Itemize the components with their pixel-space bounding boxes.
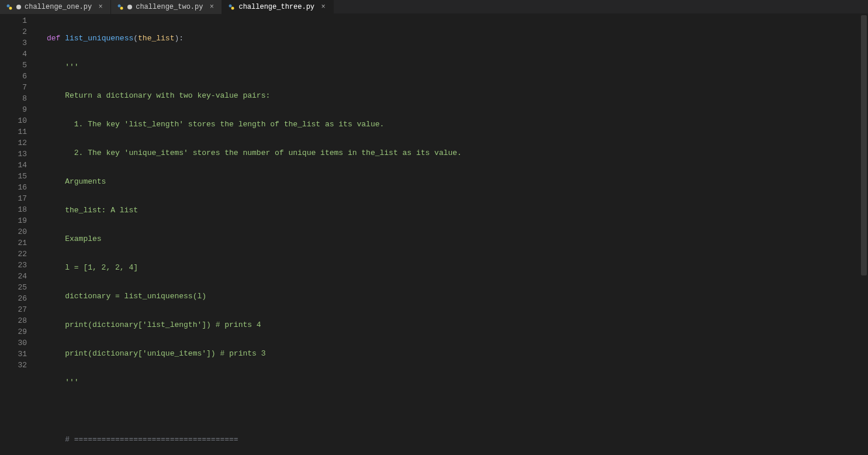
svg-point-5 [231, 7, 234, 10]
svg-point-4 [229, 5, 232, 8]
line-number: 8 [0, 93, 37, 104]
line-number: 6 [0, 71, 37, 82]
line-number: 2 [0, 26, 37, 37]
line-number: 16 [0, 182, 37, 193]
line-number: 24 [0, 271, 37, 282]
tab-challenge-two[interactable]: challenge_two.py × [111, 0, 222, 14]
line-number: 15 [0, 171, 37, 182]
python-file-icon [228, 4, 235, 11]
line-number: 18 [0, 204, 37, 215]
line-number: 12 [0, 137, 37, 149]
line-number: 1 [0, 15, 37, 26]
line-number: 10 [0, 115, 37, 126]
svg-point-0 [7, 5, 10, 8]
svg-point-3 [120, 7, 123, 10]
tab-label: challenge_three.py [238, 3, 314, 11]
line-number: 5 [0, 60, 37, 71]
line-number: 29 [0, 326, 37, 337]
line-number: 3 [0, 37, 37, 49]
unsaved-dot-icon [16, 5, 21, 9]
line-number: 27 [0, 304, 37, 315]
line-number: 28 [0, 315, 37, 326]
line-number: 7 [0, 82, 37, 93]
line-number: 17 [0, 193, 37, 204]
line-number-gutter: 1234567891011121314151617181920212223242… [0, 14, 37, 455]
line-number: 9 [0, 104, 37, 115]
tab-challenge-one[interactable]: challenge_one.py × [0, 0, 111, 14]
line-number: 22 [0, 249, 37, 260]
line-number: 11 [0, 126, 37, 137]
line-number: 25 [0, 282, 37, 293]
close-icon[interactable]: × [208, 3, 216, 11]
line-number: 26 [0, 293, 37, 304]
python-file-icon [117, 4, 124, 11]
svg-point-1 [9, 7, 12, 10]
close-icon[interactable]: × [96, 3, 105, 11]
code-editor[interactable]: 1234567891011121314151617181920212223242… [0, 14, 868, 455]
line-number: 13 [0, 149, 37, 160]
line-number: 31 [0, 349, 37, 360]
tab-bar: challenge_one.py × challenge_two.py × ch… [0, 0, 868, 14]
unsaved-dot-icon [127, 5, 132, 9]
line-number: 20 [0, 226, 37, 237]
line-number: 32 [0, 360, 37, 371]
scrollbar-vertical[interactable] [861, 15, 867, 275]
python-file-icon [6, 4, 13, 11]
tab-challenge-three[interactable]: challenge_three.py × [222, 0, 334, 14]
line-number: 14 [0, 160, 37, 171]
line-number: 21 [0, 237, 37, 249]
tab-label: challenge_one.py [25, 3, 92, 11]
code-area[interactable]: def list_uniqueness(the_list): ''' Retur… [37, 14, 868, 455]
line-number: 4 [0, 49, 37, 60]
line-number: 23 [0, 260, 37, 271]
line-number: 30 [0, 337, 37, 349]
close-icon[interactable]: × [319, 3, 327, 11]
line-number: 19 [0, 215, 37, 226]
tab-label: challenge_two.py [136, 3, 203, 11]
svg-point-2 [118, 5, 121, 8]
